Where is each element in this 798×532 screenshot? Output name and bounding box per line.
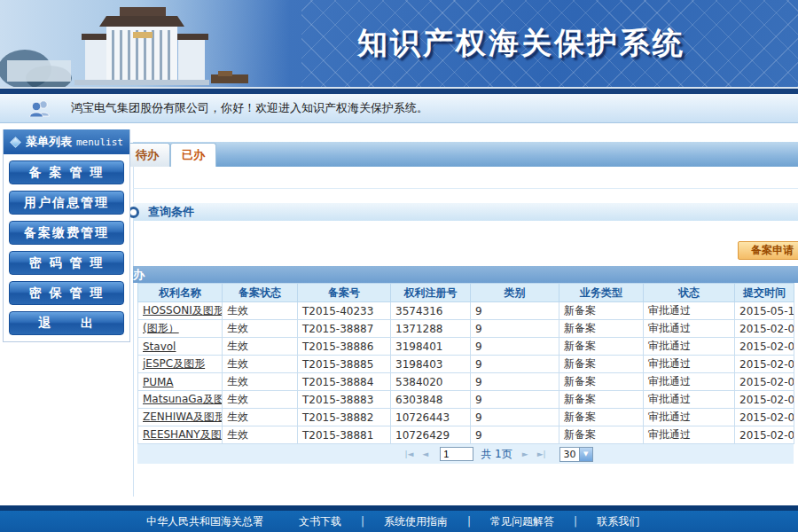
cell: 新备案	[559, 338, 644, 356]
right-name-link[interactable]: MatsunaGa及图形	[143, 393, 223, 405]
right-name-link[interactable]: (图形）	[143, 322, 179, 334]
records-table: 权利名称 备案状态 备案号 权利注册号 类别 业务类型 状态 提交时间 HOSS…	[137, 283, 794, 444]
col-filing-status: 备案状态	[223, 284, 298, 302]
table-row: MatsunaGa及图形 生效 T2015-38883 6303848 9 新备…	[138, 391, 794, 409]
first-page-icon[interactable]: |◄	[404, 450, 413, 458]
cell: 9	[471, 302, 559, 320]
total-pages-label: 共 1页	[481, 447, 512, 462]
footer-separator: |	[467, 515, 471, 528]
right-name-link[interactable]: ZENHIWA及图形	[143, 411, 223, 423]
footer-link-customs[interactable]: 中华人民共和国海关总署	[146, 514, 263, 529]
col-right-name: 权利名称	[138, 284, 223, 302]
system-title: 知识产权海关保护系统	[357, 23, 685, 64]
sidebar-title: 菜单列表	[26, 134, 72, 150]
cell: 9	[471, 356, 559, 373]
cell: 9	[471, 373, 559, 391]
cell: T2015-38887	[298, 320, 391, 338]
page: 知识产权海关保护系统 鸿宝电气集团股份有限公司，你好！欢迎进入知识产权海关保护系…	[0, 0, 798, 532]
cell: 2015-02-04	[735, 338, 794, 356]
cell: 2015-02-04	[735, 320, 794, 338]
cell: 9	[471, 320, 559, 338]
query-conditions-bar: 查询条件	[133, 202, 798, 221]
sidebar-item-user-info-management[interactable]: 用户信息管理	[9, 191, 124, 215]
table-row: jESPC及图形 生效 T2015-38885 3198403 9 新备案 审批…	[138, 356, 794, 373]
footer-separator: |	[574, 515, 577, 528]
cell: 审批通过	[644, 302, 735, 320]
page-size-select[interactable]: 30 ▼	[559, 447, 593, 462]
table-row: Stavol 生效 T2015-38886 3198401 9 新备案 审批通过…	[138, 338, 794, 356]
right-name-link[interactable]: Stavol	[143, 340, 176, 353]
footer-link-documents[interactable]: 文书下载	[299, 514, 341, 529]
cell: 新备案	[559, 373, 644, 391]
cell: T2015-38885	[298, 356, 391, 373]
table-row: PUMA 生效 T2015-38884 5384020 9 新备案 审批通过 2…	[138, 373, 794, 391]
cell: 新备案	[559, 320, 644, 338]
table-header-row: 权利名称 备案状态 备案号 权利注册号 类别 业务类型 状态 提交时间	[138, 284, 794, 302]
done-list-header: 已办	[133, 266, 798, 283]
cell: 5384020	[391, 373, 471, 391]
cell: 审批通过	[644, 373, 735, 391]
customs-building-image	[0, 0, 301, 87]
cell: 3198403	[391, 356, 471, 373]
cell: 生效	[223, 302, 298, 320]
sidebar-item-security-management[interactable]: 密 保 管 理	[9, 281, 124, 305]
table-row: (图形） 生效 T2015-38887 1371288 9 新备案 审批通过 2…	[138, 320, 794, 338]
footer-link-contact[interactable]: 联系我们	[597, 514, 639, 529]
col-registration-number: 权利注册号	[391, 284, 471, 302]
footer-link-guide[interactable]: 系统使用指南	[384, 514, 448, 529]
cell: 审批通过	[644, 409, 735, 426]
right-name-link[interactable]: jESPC及图形	[143, 357, 205, 370]
cell: 2015-02-03	[735, 373, 794, 391]
cell: 生效	[223, 409, 298, 426]
cell: 审批通过	[644, 391, 735, 409]
sidebar-menu: 菜单列表 menulist 备 案 管 理 用户信息管理 备案缴费管理 密 码 …	[3, 129, 130, 342]
page-number-input[interactable]	[440, 447, 473, 461]
col-status: 状态	[644, 284, 735, 302]
cell: 1371288	[391, 320, 471, 338]
sidebar-item-password-management[interactable]: 密 码 管 理	[9, 251, 124, 275]
cell: 9	[471, 409, 559, 426]
cell: 新备案	[559, 356, 644, 373]
footer-separator: |	[361, 515, 364, 528]
header-banner: 知识产权海关保护系统	[0, 0, 798, 87]
cell: 生效	[223, 426, 298, 444]
chevron-down-icon: ▼	[579, 448, 592, 461]
prev-page-icon[interactable]: ◄	[422, 450, 428, 458]
sidebar-item-filing-management[interactable]: 备 案 管 理	[9, 160, 124, 184]
sidebar-item-logout[interactable]: 退 出	[9, 311, 124, 335]
right-name-link[interactable]: PUMA	[143, 376, 174, 388]
cell: 2015-02-03	[735, 426, 794, 444]
filing-apply-button[interactable]: 备案申请	[738, 241, 798, 260]
cell: 3574316	[391, 302, 471, 320]
col-filing-number: 备案号	[298, 284, 391, 302]
cell: 审批通过	[644, 320, 735, 338]
cell: 10726429	[391, 426, 471, 444]
cell: T2015-38882	[298, 409, 391, 426]
cell: 9	[471, 426, 559, 444]
cell: 新备案	[559, 426, 644, 444]
cell: 9	[471, 338, 559, 356]
cell: 10726443	[391, 409, 471, 426]
right-name-link[interactable]: HOSSONI及图形	[143, 304, 223, 317]
tab-done[interactable]: 已办	[170, 143, 216, 167]
cell: 新备案	[559, 391, 644, 409]
sidebar-header: 菜单列表 menulist	[4, 129, 129, 154]
next-page-icon[interactable]: ►	[522, 450, 528, 458]
col-business-type: 业务类型	[559, 284, 644, 302]
footer-bar: 中华人民共和国海关总署 文书下载 | 系统使用指南 | 常见问题解答 | 联系我…	[0, 511, 798, 532]
cell: T2015-40233	[298, 302, 391, 320]
cell: 生效	[223, 391, 298, 409]
footer-link-faq[interactable]: 常见问题解答	[490, 514, 554, 529]
right-name-link[interactable]: REESHANY及图形	[143, 428, 223, 441]
cell: 2015-05-14	[735, 302, 794, 320]
cell: 生效	[223, 338, 298, 356]
last-page-icon[interactable]: ►|	[537, 450, 546, 458]
tab-strip	[133, 142, 798, 167]
cell: 审批通过	[644, 426, 735, 444]
sidebar-item-filing-fee-management[interactable]: 备案缴费管理	[9, 221, 124, 245]
page-size-value: 30	[564, 449, 576, 460]
diamond-icon	[10, 137, 21, 148]
cell: 审批通过	[644, 356, 735, 373]
table-row: HOSSONI及图形 生效 T2015-40233 3574316 9 新备案 …	[138, 302, 794, 320]
tab-pending[interactable]: 待办	[124, 143, 170, 167]
